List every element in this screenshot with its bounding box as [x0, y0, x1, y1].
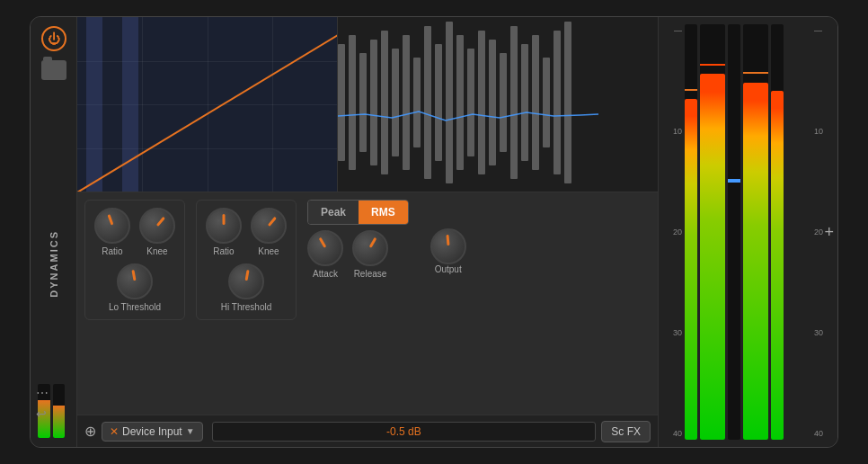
scale-r-30: 30 — [814, 328, 834, 337]
sc-fx-button[interactable]: Sc FX — [601, 421, 651, 442]
device-input-label: Device Input — [122, 425, 182, 438]
meter-gr-fill — [728, 179, 740, 183]
lo-knee-knob[interactable] — [139, 208, 175, 244]
meter-peak-3 — [743, 72, 768, 74]
meter-fill-3 — [743, 83, 768, 440]
meter-bar-1 — [685, 24, 697, 440]
lo-ratio-knob[interactable] — [94, 208, 130, 244]
meter-bar-gr — [728, 24, 740, 440]
hi-knee-item: Knee — [251, 208, 287, 256]
db-value: -0.5 dB — [386, 425, 421, 438]
plugin-container: ⏻ DYNAMICS ⋯ ↩ — [30, 16, 838, 448]
meter-fill-2 — [700, 74, 725, 440]
svg-rect-19 — [543, 58, 550, 147]
svg-rect-21 — [564, 22, 571, 183]
attack-knob[interactable] — [307, 230, 343, 266]
peak-button[interactable]: Peak — [308, 201, 359, 224]
svg-rect-7 — [413, 58, 421, 147]
main-content: Ratio Knee Lo Threshold Rat — [77, 17, 658, 447]
svg-rect-18 — [532, 35, 539, 170]
folder-button[interactable] — [41, 60, 66, 80]
plugin-title: DYNAMICS — [49, 230, 59, 298]
scale-40: 40 — [662, 429, 682, 438]
lo-threshold-label: Lo Threshold — [109, 302, 161, 312]
meter-bars-group — [685, 24, 811, 440]
output-label: Output — [435, 264, 462, 274]
mode-section: Peak RMS Attack Release — [307, 200, 409, 279]
lo-threshold-knob[interactable] — [117, 263, 153, 299]
meter-bar-2 — [700, 24, 725, 440]
power-button[interactable]: ⏻ — [41, 26, 66, 51]
release-label: Release — [354, 269, 387, 279]
svg-rect-9 — [435, 44, 442, 161]
right-controls: Peak RMS Attack Release — [307, 200, 466, 279]
lo-knee-item: Knee — [139, 208, 175, 256]
attack-label: Attack — [313, 269, 338, 279]
svg-rect-6 — [403, 35, 410, 170]
attack-item: Attack — [307, 230, 343, 279]
lo-ratio-knee-pair: Ratio Knee — [94, 208, 175, 256]
meter-fill-4 — [771, 91, 784, 440]
add-right-button[interactable]: + — [824, 223, 834, 242]
transfer-graph — [77, 17, 338, 192]
hi-knee-label: Knee — [258, 246, 279, 256]
controls-area: Ratio Knee Lo Threshold Rat — [77, 192, 658, 415]
power-icon: ⏻ — [48, 31, 60, 46]
output-knob[interactable] — [430, 228, 466, 264]
svg-rect-12 — [467, 49, 474, 156]
meter-scale-left: — 10 20 30 40 — [662, 24, 682, 440]
meter-bar-4 — [771, 24, 784, 440]
lo-threshold-item: Lo Threshold — [109, 263, 161, 312]
bottom-bar: ⊕ ✕ Device Input ▼ -0.5 dB Sc FX — [77, 415, 658, 447]
release-item: Release — [352, 230, 388, 279]
device-input-button[interactable]: ✕ Device Input ▼ — [102, 422, 203, 442]
svg-rect-0 — [338, 44, 345, 161]
arrow-icon: ↩ — [36, 406, 47, 421]
meter-fill-1 — [685, 99, 697, 440]
scale-minus: — — [662, 26, 682, 35]
svg-rect-14 — [489, 40, 496, 165]
routing-icon[interactable]: ⊕ — [84, 423, 96, 440]
lo-compressor-section: Ratio Knee Lo Threshold — [84, 200, 185, 320]
dropdown-arrow-icon: ▼ — [186, 426, 195, 436]
hi-ratio-item: Ratio — [206, 208, 242, 256]
sidebar-meter-fill-2 — [53, 406, 66, 438]
svg-rect-20 — [554, 31, 561, 174]
hi-threshold-item: Hi Threshold — [221, 263, 272, 312]
svg-rect-17 — [521, 44, 528, 161]
svg-rect-11 — [456, 35, 464, 170]
attack-release-row: Attack Release — [307, 230, 388, 279]
svg-rect-4 — [381, 31, 388, 174]
hi-ratio-label: Ratio — [213, 246, 234, 256]
release-knob[interactable] — [352, 230, 388, 266]
scale-30: 30 — [662, 328, 682, 337]
meter-bar-3 — [743, 24, 768, 440]
hi-ratio-knee-pair: Ratio Knee — [206, 208, 287, 256]
svg-rect-5 — [392, 49, 399, 156]
svg-rect-3 — [370, 40, 377, 165]
waveform-svg — [338, 17, 658, 192]
rms-button[interactable]: RMS — [359, 201, 408, 224]
x-icon: ✕ — [110, 425, 119, 438]
hi-compressor-section: Ratio Knee Hi Threshold — [196, 200, 297, 320]
scale-20: 20 — [662, 228, 682, 236]
transfer-curve-svg — [77, 17, 338, 192]
dots-icon[interactable]: ⋯ — [36, 386, 49, 400]
meter-peak-1 — [685, 89, 697, 91]
svg-rect-13 — [478, 31, 485, 174]
hi-knee-knob[interactable] — [251, 208, 287, 244]
db-display: -0.5 dB — [212, 422, 597, 442]
peak-rms-buttons: Peak RMS — [307, 200, 409, 225]
output-section: Output — [430, 200, 466, 274]
scale-r-40: 40 — [814, 429, 834, 438]
scale-r-minus: — — [814, 26, 834, 35]
hi-threshold-knob[interactable] — [228, 263, 264, 299]
scale-r-10: 10 — [814, 127, 834, 136]
svg-rect-16 — [510, 26, 518, 179]
svg-rect-8 — [424, 26, 431, 179]
hi-ratio-knob[interactable] — [206, 208, 242, 244]
graphs-row — [77, 17, 658, 192]
lo-knee-label: Knee — [146, 246, 167, 256]
arrow-btn[interactable]: ↩ — [36, 406, 47, 422]
scale-10: 10 — [662, 127, 682, 136]
